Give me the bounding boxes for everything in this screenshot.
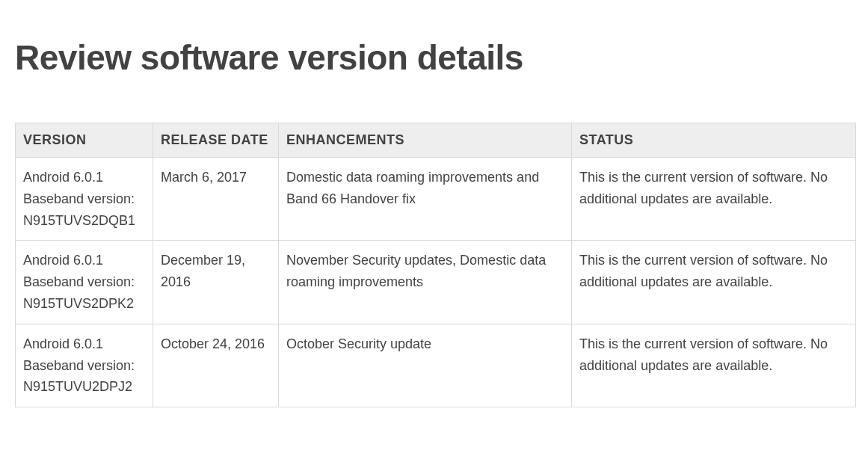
cell-release-date: December 19, 2016: [153, 241, 279, 324]
cell-enhancements: October Security update: [279, 324, 572, 407]
cell-release-date: October 24, 2016: [153, 324, 279, 407]
header-enhancements: ENHANCEMENTS: [279, 123, 572, 158]
table-row: Android 6.0.1 Baseband version: N915TUVS…: [16, 158, 856, 241]
page-title: Review software version details: [15, 37, 853, 78]
table-row: Android 6.0.1 Baseband version: N915TUVS…: [16, 241, 856, 324]
cell-enhancements: Domestic data roaming improvements and B…: [279, 158, 572, 241]
version-details-table: VERSION RELEASE DATE ENHANCEMENTS STATUS…: [15, 123, 856, 407]
header-release-date: RELEASE DATE: [153, 123, 279, 158]
table-row: Android 6.0.1 Baseband version: N915TUVU…: [16, 324, 856, 407]
cell-enhancements: November Security updates, Domestic data…: [279, 241, 572, 324]
header-version: VERSION: [16, 123, 153, 158]
cell-status: This is the current version of software.…: [572, 158, 856, 241]
cell-version: Android 6.0.1 Baseband version: N915TUVU…: [16, 324, 153, 407]
header-status: STATUS: [572, 123, 856, 158]
cell-status: This is the current version of software.…: [572, 241, 856, 324]
table-header-row: VERSION RELEASE DATE ENHANCEMENTS STATUS: [16, 123, 856, 158]
cell-release-date: March 6, 2017: [153, 158, 279, 241]
cell-version: Android 6.0.1 Baseband version: N915TUVS…: [16, 158, 153, 241]
cell-status: This is the current version of software.…: [572, 324, 856, 407]
cell-version: Android 6.0.1 Baseband version: N915TUVS…: [16, 241, 153, 324]
